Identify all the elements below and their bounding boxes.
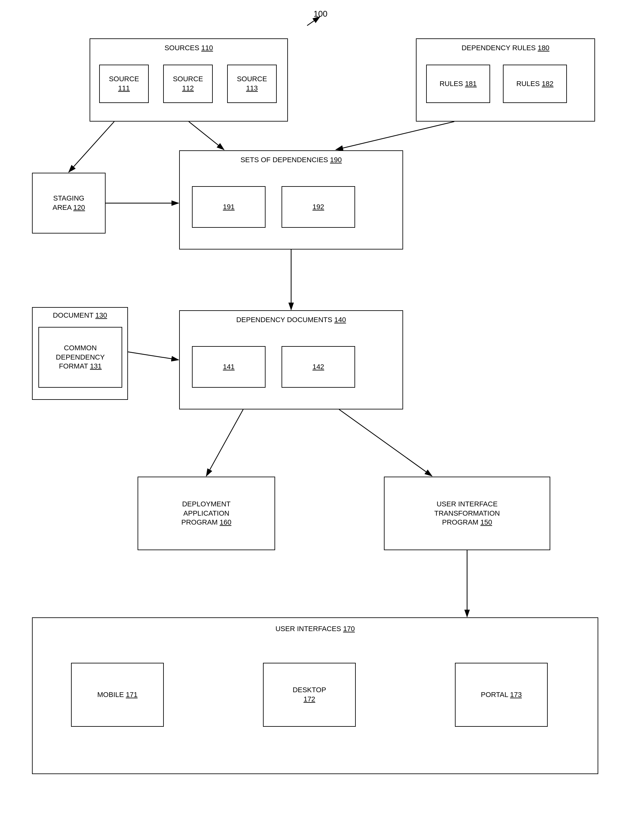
source-112-box: SOURCE112	[163, 65, 213, 103]
svg-line-8	[206, 409, 243, 476]
dep-doc-142-label: 142	[312, 363, 324, 372]
dep-doc-142-box: 142	[281, 346, 355, 388]
svg-line-9	[339, 409, 432, 476]
dep-set-192-box: 192	[281, 186, 355, 228]
sets-of-dependencies-box: SETS OF DEPENDENCIES 190 191 192	[179, 150, 403, 249]
source-111-label: SOURCE111	[109, 75, 139, 93]
common-dep-format-box: COMMONDEPENDENCYFORMAT 131	[38, 327, 122, 388]
user-interfaces-box: USER INTERFACES 170 MOBILE 171 DESKTOP17…	[32, 617, 598, 774]
rules-181-label: RULES 181	[440, 79, 477, 89]
svg-line-4	[336, 121, 454, 150]
source-113-label: SOURCE113	[237, 75, 267, 93]
sets-of-deps-label: SETS OF DEPENDENCIES 190	[241, 156, 342, 164]
source-111-box: SOURCE111	[99, 65, 149, 103]
portal-label: PORTAL 173	[481, 690, 522, 699]
staging-area-label: STAGINGAREA 120	[52, 194, 85, 212]
dep-set-191-label: 191	[223, 203, 235, 212]
dep-doc-141-label: 141	[223, 363, 235, 372]
staging-area-box: STAGINGAREA 120	[32, 173, 106, 234]
document-label: DOCUMENT 130	[53, 311, 107, 319]
dep-doc-141-box: 141	[192, 346, 266, 388]
deployment-app-box: DEPLOYMENTAPPLICATIONPROGRAM 160	[138, 477, 275, 550]
dependency-rules-label: DEPENDENCY RULES 180	[462, 44, 550, 52]
mobile-box: MOBILE 171	[71, 663, 164, 727]
document-box: DOCUMENT 130 COMMONDEPENDENCYFORMAT 131	[32, 307, 128, 400]
dep-set-191-box: 191	[192, 186, 266, 228]
ui-transformation-box: USER INTERFACETRANSFORMATIONPROGRAM 150	[384, 477, 550, 550]
deployment-app-label: DEPLOYMENTAPPLICATIONPROGRAM 160	[181, 500, 232, 527]
sources-box: SOURCES 110 SOURCE111 SOURCE112 SOURCE11…	[89, 38, 288, 121]
portal-box: PORTAL 173	[455, 663, 548, 727]
user-interfaces-label: USER INTERFACES 170	[275, 625, 355, 633]
desktop-label: DESKTOP172	[293, 686, 326, 704]
dependency-rules-box: DEPENDENCY RULES 180 RULES 181 RULES 182	[416, 38, 595, 121]
rules-182-label: RULES 182	[516, 79, 553, 89]
dep-docs-label: DEPENDENCY DOCUMENTS 140	[236, 316, 346, 324]
source-112-label: SOURCE112	[173, 75, 203, 93]
source-113-box: SOURCE113	[227, 65, 277, 103]
rules-181-box: RULES 181	[426, 65, 490, 103]
sources-label: SOURCES 110	[164, 44, 213, 52]
rules-182-box: RULES 182	[503, 65, 567, 103]
svg-line-3	[189, 121, 224, 150]
desktop-box: DESKTOP172	[263, 663, 356, 727]
mobile-label: MOBILE 171	[97, 690, 138, 699]
dependency-documents-box: DEPENDENCY DOCUMENTS 140 141 142	[179, 310, 403, 409]
diagram: 100 SOURCES 110 SOURCE111 SOURCE112 SOUR…	[0, 0, 644, 824]
ui-transformation-label: USER INTERFACETRANSFORMATIONPROGRAM 150	[435, 500, 500, 527]
common-dep-format-label: COMMONDEPENDENCYFORMAT 131	[56, 344, 105, 371]
diagram-ref: 100	[314, 9, 327, 19]
svg-line-2	[69, 121, 114, 172]
svg-line-7	[128, 352, 178, 360]
dep-set-192-label: 192	[312, 203, 324, 212]
